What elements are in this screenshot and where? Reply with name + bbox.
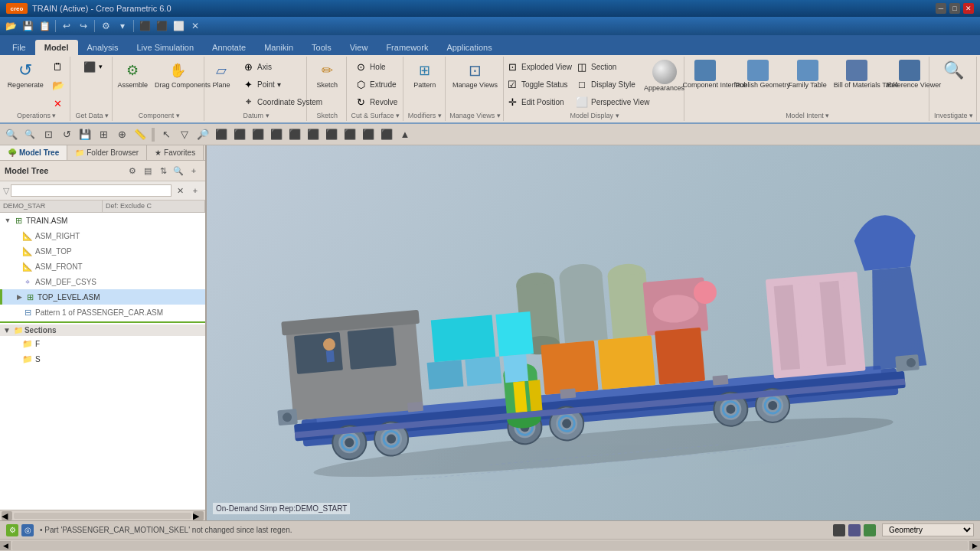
qa-close-doc-button[interactable]: ✕ xyxy=(188,18,203,34)
tab-live-simulation[interactable]: Live Simulation xyxy=(127,40,203,55)
tab-tools[interactable]: Tools xyxy=(302,40,341,55)
extrude-button[interactable]: ⬡ Extrude xyxy=(351,76,400,93)
h-scrollbar-main[interactable] xyxy=(12,541,968,550)
tab-analysis[interactable]: Analysis xyxy=(78,40,128,55)
coord-button[interactable]: ⌖ Coordinate System xyxy=(238,93,305,110)
qa-save-copy-button[interactable]: 📋 xyxy=(37,18,52,34)
assemble-button[interactable]: ⚙ Assemble xyxy=(116,58,151,90)
scroll-right-btn[interactable]: ▶ xyxy=(193,511,204,520)
tree-item-asm-front[interactable]: 📐 ASM_FRONT xyxy=(0,259,205,274)
tree-sort-button[interactable]: ⇅ xyxy=(156,164,170,178)
center-button[interactable]: ⊕ xyxy=(113,126,130,143)
sb-icon2[interactable] xyxy=(848,524,861,536)
tree-add-button[interactable]: + xyxy=(187,164,201,178)
filter-button[interactable]: ▽ xyxy=(176,126,193,143)
sections-group-header[interactable]: ▼ 📁 Sections xyxy=(0,324,205,336)
get-data-btn1[interactable]: ⬛ ▾ xyxy=(80,58,105,75)
toggle-status-button[interactable]: ☑ Toggle Status xyxy=(502,76,570,93)
scroll-left-btn[interactable]: ◀ xyxy=(2,511,12,520)
search-button[interactable]: 🔎 xyxy=(194,126,211,143)
tab-folder-browser[interactable]: 📁 Folder Browser xyxy=(67,145,147,160)
bom-table-button[interactable]: Bill of Materials Table xyxy=(831,58,882,90)
revolve-button[interactable]: ↻ Revolve xyxy=(351,93,400,110)
axis-button[interactable]: ⊕ Axis xyxy=(238,58,305,75)
tree-item-section-s[interactable]: 📁 S xyxy=(0,351,205,367)
family-table-button[interactable]: Family Table xyxy=(786,58,828,90)
perspective-button[interactable]: ⬜ Perspective View xyxy=(572,93,639,110)
tab-model-tree[interactable]: 🌳 Model Tree xyxy=(0,145,67,160)
tab-favorites[interactable]: ★ Favorites xyxy=(147,145,204,160)
zoom-in-button[interactable]: 🔍 xyxy=(3,126,20,143)
tb-btn3[interactable]: ⬛ xyxy=(250,126,266,143)
open-button[interactable]: 📂 xyxy=(48,77,68,93)
manage-views-button[interactable]: ⊡ Manage Views xyxy=(450,58,500,90)
filter-clear-button[interactable]: ✕ xyxy=(173,184,187,197)
tree-search-button[interactable]: 🔍 xyxy=(172,164,185,178)
tb-btn2[interactable]: ⬛ xyxy=(231,126,248,143)
tree-item-asm-right[interactable]: 📐 ASM_RIGHT xyxy=(0,228,205,243)
tb-btn1[interactable]: ⬛ xyxy=(213,126,230,143)
zoom-out-button[interactable]: 🔍 xyxy=(21,126,38,143)
viewport-canvas[interactable]: On-Demand Simp Rep:DEMO_START xyxy=(207,145,980,520)
select-button[interactable]: ↖ xyxy=(158,126,175,143)
tree-item-pattern-passenger[interactable]: ⊟ Pattern 1 of PASSENGER_CAR.ASM xyxy=(0,305,205,320)
publish-geometry-button[interactable]: Publish Geometry xyxy=(733,58,783,90)
hole-button[interactable]: ⊙ Hole xyxy=(351,58,400,75)
repaint-button[interactable]: ↺ xyxy=(58,126,75,143)
section-button[interactable]: ◫ Section xyxy=(572,58,639,75)
tree-item-asm-def-csys[interactable]: ⌖ ASM_DEF_CSYS xyxy=(0,274,205,289)
tb-btn8[interactable]: ⬛ xyxy=(341,126,358,143)
qa-window-button[interactable]: ⬜ xyxy=(171,18,186,34)
tb-btn9[interactable]: ⬛ xyxy=(360,126,377,143)
display-mode-select[interactable]: Geometry Graphics Only Master Rep xyxy=(882,523,974,536)
delete-button[interactable]: ✕ xyxy=(48,95,68,112)
tab-manikin[interactable]: Manikin xyxy=(255,40,302,55)
tb-btn4[interactable]: ⬛ xyxy=(268,126,285,143)
h-scrollbar-track[interactable] xyxy=(14,513,191,519)
tree-settings-button[interactable]: ⚙ xyxy=(126,164,139,178)
tree-item-top-level[interactable]: ▶ ⊞ TOP_LEVEL.ASM xyxy=(0,289,205,305)
tree-item-section-f[interactable]: 📁 F xyxy=(0,336,205,351)
h-scroll-left[interactable]: ◀ xyxy=(0,541,11,550)
exploded-view-button[interactable]: ⊡ Exploded View xyxy=(502,58,570,75)
tab-framework[interactable]: Framework xyxy=(377,40,437,55)
tab-file[interactable]: File xyxy=(3,40,35,55)
viewport[interactable]: On-Demand Simp Rep:DEMO_START xyxy=(207,145,980,520)
tb-btn6[interactable]: ⬛ xyxy=(305,126,322,143)
tab-model[interactable]: Model xyxy=(35,40,78,55)
new-feature-button[interactable]: 🗒 xyxy=(48,58,68,75)
tb-btn5[interactable]: ⬛ xyxy=(286,126,303,143)
panel-scrollbar[interactable]: ◀ ▶ xyxy=(0,510,205,520)
tab-annotate[interactable]: Annotate xyxy=(203,40,255,55)
sb-icon1[interactable] xyxy=(833,524,845,536)
h-scroll-right[interactable]: ▶ xyxy=(969,541,980,550)
pattern-button[interactable]: ⊞ Pattern xyxy=(410,58,439,90)
qa-open-button[interactable]: 📂 xyxy=(3,18,18,34)
qa-extra-button[interactable]: ⬛ xyxy=(137,18,152,34)
tb-btn11[interactable]: ▲ xyxy=(397,126,413,143)
component-interface-button[interactable]: Component Interface xyxy=(680,58,730,90)
display-style-button[interactable]: □ Display Style xyxy=(572,76,639,93)
refit-button[interactable]: ⊞ xyxy=(95,126,112,143)
tree-columns-button[interactable]: ▤ xyxy=(141,164,155,178)
investigate-button[interactable]: 🔍 xyxy=(939,58,969,83)
qa-settings-button[interactable]: ⚙ xyxy=(98,18,113,34)
edit-position-button[interactable]: ✛ Edit Position xyxy=(502,93,570,110)
qa-undo-button[interactable]: ↩ xyxy=(59,18,74,34)
sketch-button[interactable]: ✏ Sketch xyxy=(312,58,341,90)
tree-item-train-asm[interactable]: ▼ ⊞ TRAIN.ASM xyxy=(0,213,205,228)
plane-button[interactable]: ▱ Plane xyxy=(207,58,236,90)
tree-item-asm-top[interactable]: 📐 ASM_TOP xyxy=(0,243,205,259)
tb-btn10[interactable]: ⬛ xyxy=(378,126,395,143)
tab-view[interactable]: View xyxy=(341,40,377,55)
maximize-button[interactable]: □ xyxy=(949,3,960,14)
qa-more-button[interactable]: ▾ xyxy=(115,18,130,34)
reference-viewer-button[interactable]: Reference Viewer xyxy=(884,58,935,90)
filter-add-button[interactable]: + xyxy=(188,184,202,197)
tab-applications[interactable]: Applications xyxy=(437,40,501,55)
save-view-button[interactable]: 💾 xyxy=(77,126,93,143)
close-button[interactable]: ✕ xyxy=(963,3,974,14)
zoom-fit-button[interactable]: ⊡ xyxy=(40,126,57,143)
minimize-button[interactable]: ─ xyxy=(936,3,946,14)
point-button[interactable]: ✦ Point ▾ xyxy=(238,76,305,93)
